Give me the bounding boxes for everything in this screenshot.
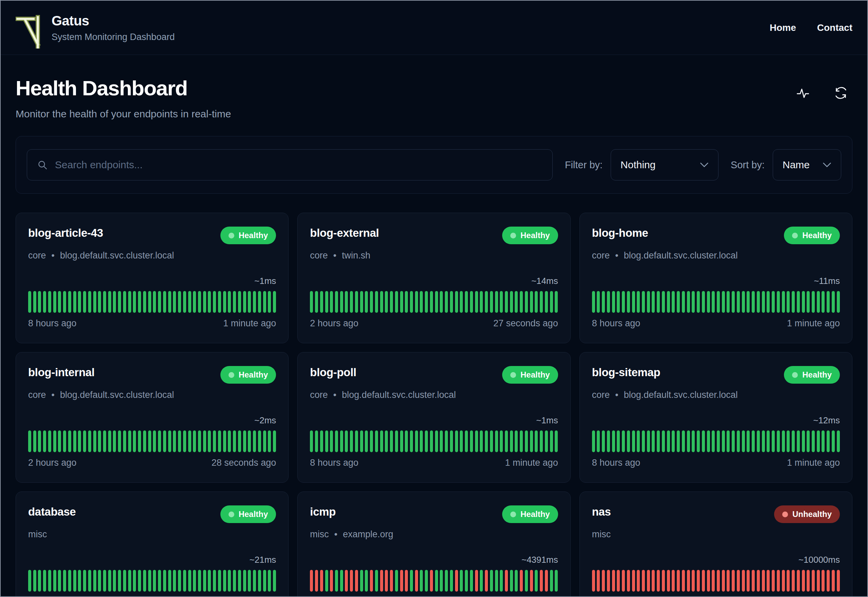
history-bar[interactable] [787, 570, 789, 591]
history-bar[interactable] [263, 570, 266, 591]
history-bar[interactable] [133, 291, 136, 313]
history-bar[interactable] [108, 291, 111, 313]
history-bar[interactable] [248, 431, 251, 452]
history-bar[interactable] [837, 291, 840, 313]
history-bar[interactable] [617, 431, 620, 452]
history-bar[interactable] [370, 291, 373, 313]
history-bar[interactable] [218, 431, 221, 452]
history-bar[interactable] [752, 570, 755, 591]
history-bar[interactable] [395, 570, 398, 591]
history-bar[interactable] [208, 291, 211, 313]
history-bar[interactable] [480, 291, 483, 313]
history-bar[interactable] [228, 570, 231, 591]
endpoint-card[interactable]: icmp Healthy misc • example.org ~4391ms … [297, 492, 570, 597]
history-bar[interactable] [672, 291, 675, 313]
history-bar[interactable] [188, 431, 191, 452]
history-bar[interactable] [597, 431, 600, 452]
history-bar[interactable] [555, 431, 558, 452]
history-bar[interactable] [405, 431, 408, 452]
history-bar[interactable] [390, 570, 393, 591]
history-bar[interactable] [173, 291, 176, 313]
history-bar[interactable] [632, 291, 635, 313]
history-bar[interactable] [320, 431, 323, 452]
history-bar[interactable] [238, 570, 241, 591]
history-bar[interactable] [243, 291, 246, 313]
history-bar[interactable] [455, 291, 458, 313]
history-bar[interactable] [550, 570, 553, 591]
history-bar[interactable] [667, 431, 670, 452]
history-bar[interactable] [592, 291, 595, 313]
history-bar[interactable] [465, 570, 468, 591]
endpoint-card[interactable]: blog-internal Healthy core • blog.defaul… [16, 352, 289, 483]
history-bar[interactable] [832, 291, 835, 313]
history-bar[interactable] [415, 431, 418, 452]
history-bar[interactable] [123, 431, 126, 452]
history-bar[interactable] [310, 570, 313, 591]
history-bar[interactable] [173, 431, 176, 452]
history-bar[interactable] [530, 431, 533, 452]
history-bar[interactable] [515, 570, 518, 591]
history-bar[interactable] [722, 291, 725, 313]
history-bar[interactable] [63, 570, 66, 591]
history-bar[interactable] [123, 291, 126, 313]
history-bar[interactable] [33, 570, 36, 591]
history-bar[interactable] [817, 291, 820, 313]
history-bar[interactable] [627, 291, 630, 313]
history-bar[interactable] [138, 431, 141, 452]
history-bar[interactable] [737, 570, 740, 591]
history-bar[interactable] [330, 431, 333, 452]
history-bar[interactable] [812, 431, 815, 452]
history-bar[interactable] [43, 291, 46, 313]
history-bar[interactable] [83, 291, 86, 313]
history-bar[interactable] [642, 431, 645, 452]
history-bar[interactable] [405, 291, 408, 313]
history-bar[interactable] [118, 431, 121, 452]
history-bar[interactable] [672, 570, 675, 591]
history-bar[interactable] [168, 570, 171, 591]
history-bar[interactable] [395, 291, 398, 313]
history-bar[interactable] [153, 431, 156, 452]
history-bar[interactable] [470, 431, 473, 452]
history-bar[interactable] [228, 431, 231, 452]
history-bar[interactable] [58, 570, 61, 591]
history-bar[interactable] [455, 570, 458, 591]
history-bar[interactable] [345, 570, 348, 591]
history-bar[interactable] [530, 570, 533, 591]
history-bar[interactable] [158, 291, 161, 313]
history-bar[interactable] [243, 570, 246, 591]
history-bar[interactable] [837, 431, 840, 452]
history-bar[interactable] [345, 431, 348, 452]
history-bar[interactable] [702, 431, 705, 452]
history-bar[interactable] [93, 291, 96, 313]
history-bar[interactable] [737, 431, 740, 452]
history-bar[interactable] [28, 431, 31, 452]
history-bar[interactable] [500, 291, 503, 313]
history-bar[interactable] [315, 431, 318, 452]
history-bar[interactable] [637, 570, 640, 591]
history-bar[interactable] [88, 431, 91, 452]
history-bar[interactable] [807, 431, 810, 452]
history-bar[interactable] [320, 291, 323, 313]
history-bar[interactable] [355, 570, 358, 591]
history-bar[interactable] [837, 570, 840, 591]
history-bar[interactable] [203, 570, 206, 591]
history-bar[interactable] [495, 570, 498, 591]
endpoint-card[interactable]: blog-home Healthy core • blog.default.sv… [579, 213, 852, 343]
history-bar[interactable] [772, 291, 775, 313]
history-bar[interactable] [505, 431, 508, 452]
history-bar[interactable] [405, 570, 408, 591]
history-bar[interactable] [213, 291, 216, 313]
history-bar[interactable] [33, 431, 36, 452]
history-bar[interactable] [762, 431, 765, 452]
history-bar[interactable] [807, 570, 810, 591]
history-bar[interactable] [777, 291, 780, 313]
history-bar[interactable] [148, 431, 151, 452]
history-bar[interactable] [602, 570, 605, 591]
history-bar[interactable] [445, 291, 448, 313]
history-bar[interactable] [88, 570, 91, 591]
history-bar[interactable] [93, 431, 96, 452]
history-bar[interactable] [253, 431, 256, 452]
history-bar[interactable] [233, 291, 236, 313]
history-bar[interactable] [612, 291, 615, 313]
history-bar[interactable] [133, 570, 136, 591]
